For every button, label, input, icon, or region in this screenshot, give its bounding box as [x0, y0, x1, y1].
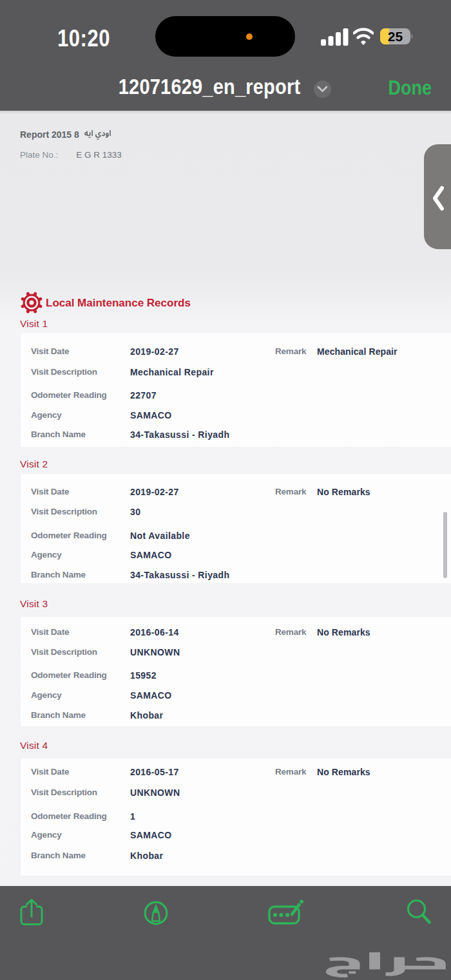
svg-text:25: 25 — [388, 29, 403, 44]
